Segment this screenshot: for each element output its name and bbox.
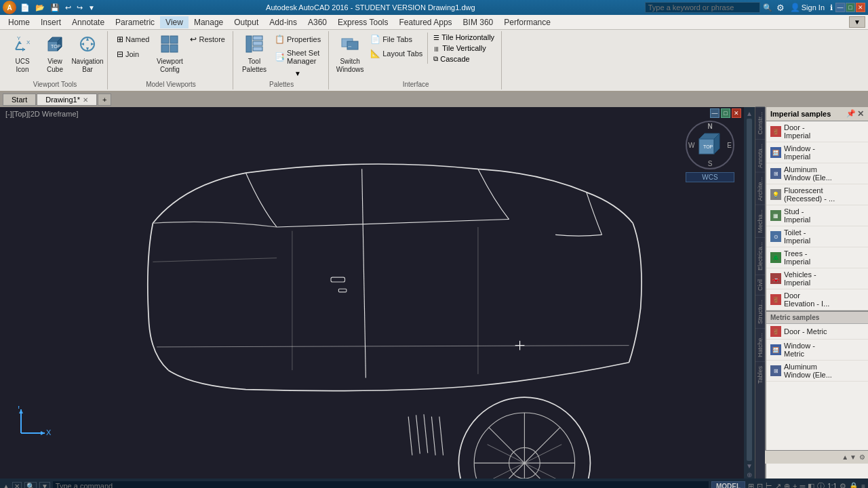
join-button[interactable]: ⊟ Join	[113, 47, 153, 61]
restore-button[interactable]: ↩ Restore	[186, 33, 229, 46]
palette-close-button[interactable]: ✕	[857, 109, 864, 119]
layout-tabs-button[interactable]: 📐 Layout Tabs	[367, 47, 426, 60]
drawing1-tab[interactable]: Drawing1* ✕	[37, 94, 97, 106]
view-cube-widget[interactable]: N S E W TOP WCS	[686, 121, 734, 182]
palette-scroll-down[interactable]: ▼	[850, 453, 856, 461]
snap-button[interactable]: ⊡	[757, 482, 763, 489]
annotation-tab[interactable]: Annota...	[755, 139, 765, 172]
quickprop-button[interactable]: ⓘ	[817, 481, 825, 489]
sheet-set-manager-button[interactable]: 📑 Sheet SetManager	[271, 47, 324, 67]
palette-item-stud-imperial[interactable]: ▦ Stud -Imperial	[766, 205, 868, 226]
tile-vertically-button[interactable]: ⫼ Tile Vertically	[431, 43, 497, 53]
inner-close-button[interactable]: ✕	[732, 108, 741, 118]
minimize-button[interactable]: —	[835, 3, 845, 12]
cascade-button[interactable]: ⧉ Cascade	[431, 54, 497, 64]
lineweight-button[interactable]: ═	[800, 482, 805, 488]
maximize-button[interactable]: □	[846, 3, 855, 12]
civil-tab[interactable]: Civil	[755, 274, 765, 295]
inner-minimize-button[interactable]: —	[710, 108, 719, 118]
menu-featured-apps[interactable]: Featured Apps	[394, 16, 458, 28]
tile-horizontally-button[interactable]: ☰ Tile Horizontally	[431, 33, 497, 42]
command-more-button[interactable]: ▼	[39, 482, 50, 489]
properties-button[interactable]: 📋 Properties	[271, 33, 324, 46]
save-button[interactable]: 💾	[49, 3, 61, 12]
info-button[interactable]: ℹ	[829, 3, 834, 12]
menu-annotate[interactable]: Annotate	[66, 16, 110, 28]
app-logo[interactable]: A	[3, 1, 16, 14]
model-label[interactable]: MODEL	[711, 481, 745, 489]
command-expand-button[interactable]: ▲	[3, 483, 9, 489]
scroll-up-button[interactable]: ▲	[745, 110, 754, 117]
lock-button[interactable]: 🔒	[849, 482, 859, 489]
zoom-button[interactable]: ⊕	[745, 471, 754, 479]
communication-icon[interactable]: ⚙	[775, 3, 786, 13]
palette-item-toilet-imperial[interactable]: ⊙ Toilet -Imperial	[766, 226, 868, 247]
hatches-tab[interactable]: Hatche...	[755, 328, 765, 361]
viewport[interactable]: [-][Top][2D Wireframe] — □ ✕	[0, 107, 755, 479]
open-button[interactable]: 📂	[34, 3, 46, 12]
palette-options-button[interactable]: ⚙	[859, 453, 865, 461]
more-palettes-button[interactable]: ▼	[271, 68, 324, 79]
expand-ribbon-button[interactable]: ▼	[849, 16, 865, 28]
new-tab-button[interactable]: +	[98, 94, 111, 106]
redo-button[interactable]: ↪	[75, 3, 84, 12]
menu-express-tools[interactable]: Express Tools	[332, 16, 393, 28]
menu-output[interactable]: Output	[229, 16, 264, 28]
palette-item-aluminum-window[interactable]: ⊞ AluminumWindow (Ele...	[766, 163, 868, 184]
tool-palettes-button[interactable]: ToolPalettes	[239, 33, 270, 76]
palette-item-door-elevation[interactable]: 🚪 DoorElevation - I...	[766, 289, 868, 310]
ortho-button[interactable]: ⊢	[766, 482, 772, 489]
undo-button[interactable]: ↩	[64, 3, 73, 12]
palette-item-door-metric[interactable]: 🚪 Door - Metric	[766, 324, 868, 340]
palette-item-window-imperial[interactable]: 🪟 Window -Imperial	[766, 142, 868, 163]
new-button[interactable]: 📄	[19, 3, 31, 12]
view-cube-button[interactable]: TOP View Cube	[39, 33, 71, 76]
named-button[interactable]: ⊞ Named	[113, 33, 153, 46]
switch-windows-button[interactable]: ↔ Switch Windows	[334, 33, 366, 76]
statusbar-options-button[interactable]: ≡	[861, 483, 865, 489]
keyword-search-input[interactable]	[645, 2, 760, 13]
architecture-tab[interactable]: Archite...	[755, 172, 765, 205]
customize-button[interactable]: ▼	[87, 4, 96, 12]
palette-item-fluorescent[interactable]: 💡 Fluorescent(Recessed) - ...	[766, 184, 868, 205]
tracking-button[interactable]: +	[793, 482, 797, 488]
constraints-tab[interactable]: Constr...	[755, 107, 765, 139]
transparency-button[interactable]: ◧	[808, 482, 814, 489]
menu-bim360[interactable]: BIM 360	[458, 16, 499, 28]
palette-item-door-imperial[interactable]: 🚪 Door -Imperial	[766, 121, 868, 142]
menu-home[interactable]: Home	[3, 16, 35, 28]
navigation-bar-button[interactable]: Navigation Bar	[72, 33, 103, 76]
search-icon[interactable]: 🔍	[762, 3, 774, 12]
command-input[interactable]	[53, 481, 709, 488]
cube-face[interactable]: TOP	[696, 131, 724, 159]
menu-performance[interactable]: Performance	[498, 16, 556, 28]
menu-addins[interactable]: Add-ins	[264, 16, 302, 28]
menu-parametric[interactable]: Parametric	[110, 16, 160, 28]
scroll-down-button[interactable]: ▼	[745, 462, 754, 470]
viewport-config-button[interactable]: ViewportConfig	[154, 33, 185, 76]
grid-button[interactable]: ⊞	[748, 482, 754, 489]
palette-item-vehicles-imperial[interactable]: 🚗 Vehicles -Imperial	[766, 268, 868, 289]
command-search-button[interactable]: 🔍	[24, 482, 37, 489]
menu-a360[interactable]: A360	[302, 16, 332, 28]
tables-tab[interactable]: Tables	[755, 361, 765, 388]
start-tab[interactable]: Start	[3, 94, 36, 106]
palette-pin-button[interactable]: 📌	[846, 109, 856, 119]
polar-button[interactable]: ↗	[775, 482, 781, 489]
menu-manage[interactable]: Manage	[189, 16, 229, 28]
file-tabs-button[interactable]: 📄 File Tabs	[367, 33, 426, 46]
palette-item-aluminum-window-metric[interactable]: ⊞ AluminumWindow (Ele...	[766, 361, 868, 382]
electrical-tab[interactable]: Electrica...	[755, 237, 765, 274]
close-button[interactable]: ✕	[856, 3, 865, 12]
settings-button[interactable]: ⚙	[840, 482, 846, 489]
structural-tab[interactable]: Structu...	[755, 295, 765, 328]
sign-in-button[interactable]: 👤 Sign In	[787, 3, 827, 12]
palette-item-trees-imperial[interactable]: 🌲 Trees -Imperial	[766, 247, 868, 268]
command-clear-button[interactable]: ✕	[12, 482, 22, 489]
palette-scroll-up[interactable]: ▲	[842, 453, 848, 461]
menu-insert[interactable]: Insert	[35, 16, 66, 28]
ucs-icon-button[interactable]: X Y UCSIcon	[7, 33, 38, 76]
osnap-button[interactable]: ⊕	[784, 482, 790, 489]
scale-ratio[interactable]: 1:1	[827, 483, 837, 489]
palette-item-window-metric[interactable]: 🪟 Window -Metric	[766, 340, 868, 361]
